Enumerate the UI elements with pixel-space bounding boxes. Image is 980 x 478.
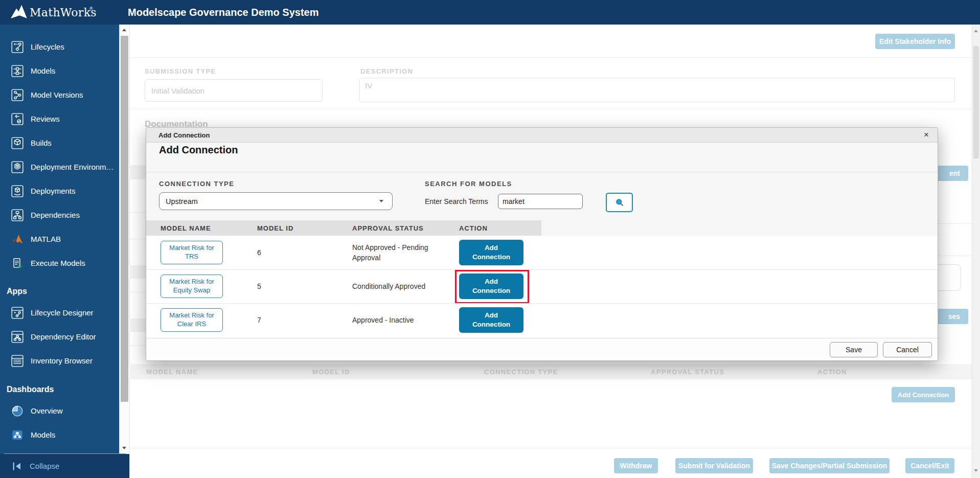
sidebar-item-matlab[interactable]: MATLAB xyxy=(0,227,119,251)
modal-heading-divider xyxy=(146,172,938,172)
add-connection-modal: Add Connection × Add Connection CONNECTI… xyxy=(146,127,938,361)
section-divider xyxy=(129,57,972,58)
search-button[interactable] xyxy=(606,193,633,212)
cancel-button[interactable]: Cancel xyxy=(883,342,932,357)
cancel-label: Cancel xyxy=(896,346,919,354)
close-icon[interactable]: × xyxy=(921,128,931,142)
withdraw-label: Withdraw xyxy=(620,462,652,470)
cancel-exit-button[interactable]: Cancel/Exit xyxy=(905,458,954,473)
collapse-button[interactable]: Collapse xyxy=(0,454,129,478)
mathworks-logo-icon xyxy=(10,4,29,20)
connections-table-header: MODEL NAME MODEL ID CONNECTION TYPE APPR… xyxy=(129,364,972,379)
lifecycles-icon xyxy=(11,40,24,54)
brand-registered-mark: ® xyxy=(89,6,93,11)
add-connection-background-button[interactable]: Add Connection xyxy=(892,387,955,402)
model-name-label: Market Risk for Clear IRS xyxy=(164,311,219,329)
submit-for-validation-button[interactable]: Submit for Validation xyxy=(675,458,753,473)
sidebar-item-dependencies[interactable]: Dependencies xyxy=(0,203,119,227)
highlight-red-box xyxy=(455,270,529,304)
ghost-row xyxy=(129,165,146,179)
description-field[interactable]: IV xyxy=(359,78,955,102)
sidebar-item-dependency-editor[interactable]: Dependency Editor xyxy=(0,325,119,349)
footer-divider xyxy=(129,448,972,448)
sidebar-section-apps: Apps xyxy=(7,284,109,299)
submission-type-value: Initial Validation xyxy=(151,86,204,95)
connection-type-value: Upstream xyxy=(166,197,198,206)
page-scroll-down-icon[interactable] xyxy=(974,469,978,472)
add-connection-row-button[interactable]: Add Connection xyxy=(459,307,523,333)
sidebar-scroll-down-icon[interactable] xyxy=(122,447,126,449)
matlab-icon xyxy=(11,233,24,246)
column-approval-status: APPROVAL STATUS xyxy=(352,224,424,232)
content-left-border xyxy=(129,25,130,478)
section-divider xyxy=(129,109,972,109)
modal-footer: Save Cancel xyxy=(146,338,938,360)
description-label: DESCRIPTION xyxy=(360,67,413,75)
reviews-icon xyxy=(11,112,24,126)
page-title: Modelscape Governance Demo System xyxy=(128,0,318,25)
sidebar-scrollbar-thumb[interactable] xyxy=(121,36,128,402)
sidebar-item-builds[interactable]: Builds xyxy=(0,131,119,155)
modal-title-bar: Add Connection × xyxy=(146,128,938,143)
column-action: ACTION xyxy=(459,224,488,232)
submission-type-dropdown[interactable]: Initial Validation xyxy=(145,79,323,102)
add-connection-row-button[interactable]: Add Connection xyxy=(459,240,523,265)
clipped-button-top-label: ent xyxy=(949,169,960,177)
sidebar-item-reviews[interactable]: Reviews xyxy=(0,107,119,131)
column-model-name: MODEL NAME xyxy=(161,224,211,232)
column-model-name: MODEL NAME xyxy=(146,368,198,376)
sidebar-item-label: Models xyxy=(31,66,55,75)
models-dashboard-icon xyxy=(11,428,24,442)
builds-icon xyxy=(11,136,24,150)
add-connection-row-label: Add Connection xyxy=(469,243,513,261)
page-root: MathWorks ® Modelscape Governance Demo S… xyxy=(0,0,980,478)
submission-type-label: SUBMISSION TYPE xyxy=(145,67,216,75)
sidebar-item-label: Deployments xyxy=(31,187,76,195)
sidebar-item-models-dashboard[interactable]: Models xyxy=(0,423,119,447)
dependency-editor-icon xyxy=(11,330,24,344)
sidebar-item-models[interactable]: Models xyxy=(0,59,119,83)
sidebar-item-model-versions[interactable]: Model Versions xyxy=(0,83,119,107)
sidebar-scroll-up-icon[interactable] xyxy=(122,29,126,31)
withdraw-button[interactable]: Withdraw xyxy=(614,458,658,473)
sidebar-item-label: Reviews xyxy=(31,115,60,123)
sidebar-item-label: Inventory Browser xyxy=(31,356,93,365)
ghost-line xyxy=(129,239,146,239)
models-icon xyxy=(11,64,24,78)
column-model-id: MODEL ID xyxy=(257,224,293,232)
sidebar-item-deployment-environments[interactable]: Deployment Environm… xyxy=(0,155,119,179)
edit-stakeholder-info-button[interactable]: Edit Stakeholder Info xyxy=(875,34,955,49)
ghost-line xyxy=(129,212,146,213)
page-scrollbar-thumb[interactable] xyxy=(973,46,979,158)
modal-window-title: Add Connection xyxy=(158,128,210,142)
save-changes-label: Save Changes/Partial Submission xyxy=(772,462,887,470)
ghost-line xyxy=(129,292,146,292)
model-name-button[interactable]: Market Risk for Equity Swap xyxy=(161,275,223,298)
sidebar-item-deployments[interactable]: Deployments xyxy=(0,179,119,203)
table-row: Market Risk for Clear IRS 7 Approved - I… xyxy=(146,303,938,337)
sidebar-item-label: Lifecycle Designer xyxy=(31,308,94,317)
model-name-label: Market Risk for Equity Swap xyxy=(164,278,219,295)
model-name-button[interactable]: Market Risk for Clear IRS xyxy=(161,308,223,332)
connection-type-dropdown[interactable]: Upstream xyxy=(159,192,393,210)
save-changes-partial-submission-button[interactable]: Save Changes/Partial Submission xyxy=(769,458,890,473)
sidebar-item-lifecycle-designer[interactable]: Lifecycle Designer xyxy=(0,301,119,325)
modal-table-header: MODEL NAME MODEL ID APPROVAL STATUS ACTI… xyxy=(146,220,541,236)
collapse-label: Collapse xyxy=(30,462,59,470)
connection-type-label: CONNECTION TYPE xyxy=(159,180,234,188)
lifecycle-designer-icon xyxy=(11,306,24,320)
model-name-label: Market Risk for TRS xyxy=(164,244,219,261)
sidebar-item-overview-dashboard[interactable]: Overview xyxy=(0,399,119,423)
sidebar-item-inventory-browser[interactable]: Inventory Browser xyxy=(0,349,119,373)
ghost-line xyxy=(937,256,972,256)
approval-status-cell: Conditionally Approved xyxy=(352,269,440,303)
sidebar-item-lifecycles[interactable]: Lifecycles xyxy=(0,35,119,59)
search-icon xyxy=(614,197,625,208)
page-scroll-up-icon[interactable] xyxy=(974,30,978,32)
model-name-button[interactable]: Market Risk for TRS xyxy=(161,241,223,264)
table-row: Market Risk for Equity Swap 5 Conditiona… xyxy=(146,269,938,303)
dependencies-icon xyxy=(11,209,24,222)
search-input[interactable] xyxy=(498,194,583,209)
sidebar-item-execute-models[interactable]: Execute Models xyxy=(0,251,119,275)
save-button[interactable]: Save xyxy=(830,342,878,357)
